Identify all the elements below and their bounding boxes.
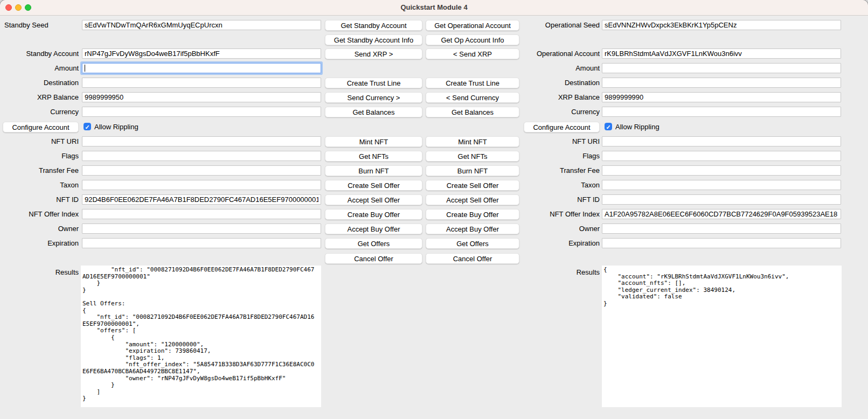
standby-destination-label: Destination xyxy=(0,78,79,88)
standby-owner-label: Owner xyxy=(0,224,79,234)
standby-get-offers-button[interactable]: Get Offers xyxy=(325,238,422,249)
standby-nft-id-input[interactable] xyxy=(82,194,321,205)
standby-transfer-fee-label: Transfer Fee xyxy=(0,165,79,176)
operational-accept-buy-offer-button[interactable]: Accept Buy Offer xyxy=(426,224,519,234)
operational-configure-account-button[interactable]: Configure Account xyxy=(524,122,600,132)
standby-transfer-fee-input[interactable] xyxy=(82,165,321,176)
standby-allow-rippling-checkbox[interactable]: ✓ xyxy=(84,123,91,130)
get-standby-account-info-button[interactable]: Get Standby Account Info xyxy=(325,34,422,45)
operational-account-input[interactable] xyxy=(602,48,841,59)
operational-owner-label: Owner xyxy=(520,224,600,234)
standby-expiration-label: Expiration xyxy=(0,238,79,248)
operational-create-trust-line-button[interactable]: Create Trust Line xyxy=(426,78,519,88)
titlebar[interactable]: Quickstart Module 4 xyxy=(0,0,868,16)
standby-amount-label: Amount xyxy=(0,63,79,73)
standby-flags-input[interactable] xyxy=(82,151,321,161)
operational-seed-input[interactable] xyxy=(602,20,841,30)
operational-flags-label: Flags xyxy=(520,151,600,161)
standby-currency-label: Currency xyxy=(0,107,79,117)
standby-burn-nft-button[interactable]: Burn NFT xyxy=(325,165,422,176)
operational-xrp-balance-input[interactable] xyxy=(602,92,841,102)
standby-configure-account-button[interactable]: Configure Account xyxy=(3,122,79,132)
standby-xrp-balance-input[interactable] xyxy=(82,92,321,102)
send-currency-to-operational-button[interactable]: Send Currency > xyxy=(325,92,422,103)
operational-allow-rippling-label: Allow Rippling xyxy=(615,122,659,132)
operational-currency-input[interactable] xyxy=(602,107,841,117)
operational-accept-sell-offer-button[interactable]: Accept Sell Offer xyxy=(426,194,519,205)
operational-amount-input[interactable] xyxy=(602,63,841,73)
operational-create-sell-offer-button[interactable]: Create Sell Offer xyxy=(426,180,519,191)
standby-xrp-balance-label: XRP Balance xyxy=(0,92,79,102)
operational-nft-offer-index-label: NFT Offer Index xyxy=(520,209,600,219)
send-xrp-to-standby-button[interactable]: < Send XRP xyxy=(426,48,519,59)
operational-create-buy-offer-button[interactable]: Create Buy Offer xyxy=(426,209,519,220)
standby-nft-offer-index-label: NFT Offer Index xyxy=(0,209,79,219)
operational-get-nfts-button[interactable]: Get NFTs xyxy=(426,151,519,162)
standby-get-balances-button[interactable]: Get Balances xyxy=(325,107,422,117)
operational-flags-input[interactable] xyxy=(602,151,841,161)
standby-nft-uri-input[interactable] xyxy=(82,136,321,146)
operational-nft-id-label: NFT ID xyxy=(520,194,600,205)
standby-create-buy-offer-button[interactable]: Create Buy Offer xyxy=(325,209,422,220)
operational-currency-label: Currency xyxy=(520,107,600,117)
operational-taxon-label: Taxon xyxy=(520,180,600,190)
standby-destination-input[interactable] xyxy=(82,78,321,88)
operational-mint-nft-button[interactable]: Mint NFT xyxy=(426,136,519,147)
operational-nft-id-input[interactable] xyxy=(602,194,841,205)
operational-cancel-offer-button[interactable]: Cancel Offer xyxy=(426,253,519,264)
standby-create-sell-offer-button[interactable]: Create Sell Offer xyxy=(325,180,422,191)
standby-results-content: "nft_id": "0008271092D4B6F0EE062DE7FA46A… xyxy=(81,266,321,403)
get-standby-account-button[interactable]: Get Standby Account xyxy=(325,20,422,31)
operational-destination-input[interactable] xyxy=(602,78,841,88)
operational-nft-uri-input[interactable] xyxy=(602,136,841,146)
operational-results-label: Results xyxy=(520,267,600,277)
operational-get-offers-button[interactable]: Get Offers xyxy=(426,238,519,249)
standby-mint-nft-button[interactable]: Mint NFT xyxy=(325,136,422,147)
standby-accept-sell-offer-button[interactable]: Accept Sell Offer xyxy=(325,194,422,205)
operational-burn-nft-button[interactable]: Burn NFT xyxy=(426,165,519,176)
standby-owner-input[interactable] xyxy=(82,224,321,234)
window-title: Quickstart Module 4 xyxy=(0,0,868,15)
standby-create-trust-line-button[interactable]: Create Trust Line xyxy=(325,78,422,88)
operational-get-balances-button[interactable]: Get Balances xyxy=(426,107,519,117)
operational-results-content: { "account": "rK9LBRhStdmtAaVdJXGVF1LnKW… xyxy=(602,266,842,309)
standby-results-text[interactable]: "nft_id": "0008271092D4B6F0EE062DE7FA46A… xyxy=(81,266,321,407)
standby-nft-uri-label: NFT URI xyxy=(0,136,79,146)
operational-seed-label: Operational Seed xyxy=(520,20,600,30)
operational-results-text[interactable]: { "account": "rK9LBRhStdmtAaVdJXGVF1LnKW… xyxy=(602,266,842,407)
standby-currency-input[interactable] xyxy=(82,107,321,117)
standby-seed-input[interactable] xyxy=(82,20,321,30)
standby-nft-offer-index-input[interactable] xyxy=(82,209,321,219)
standby-taxon-input[interactable] xyxy=(82,180,321,190)
operational-destination-label: Destination xyxy=(520,78,600,88)
operational-expiration-input[interactable] xyxy=(602,238,841,248)
operational-transfer-fee-input[interactable] xyxy=(602,165,841,176)
operational-nft-offer-index-input[interactable] xyxy=(602,209,841,219)
checkmark-icon: ✓ xyxy=(84,123,91,131)
checkmark-icon: ✓ xyxy=(605,123,612,131)
get-op-account-info-button[interactable]: Get Op Account Info xyxy=(426,34,519,45)
standby-allow-rippling-label: Allow Rippling xyxy=(94,122,138,132)
standby-expiration-input[interactable] xyxy=(82,238,321,248)
standby-seed-label: Standby Seed xyxy=(0,20,79,30)
operational-allow-rippling-checkbox[interactable]: ✓ xyxy=(605,123,612,130)
send-xrp-to-operational-button[interactable]: Send XRP > xyxy=(325,48,422,59)
operational-taxon-input[interactable] xyxy=(602,180,841,190)
standby-get-nfts-button[interactable]: Get NFTs xyxy=(325,151,422,162)
get-operational-account-button[interactable]: Get Operational Account xyxy=(426,20,519,31)
operational-owner-input[interactable] xyxy=(602,224,841,234)
standby-account-label: Standby Account xyxy=(0,48,79,59)
operational-xrp-balance-label: XRP Balance xyxy=(520,92,600,102)
send-currency-to-standby-button[interactable]: < Send Currency xyxy=(426,92,519,103)
standby-nft-id-label: NFT ID xyxy=(0,194,79,205)
standby-flags-label: Flags xyxy=(0,151,79,161)
operational-account-label: Operational Account xyxy=(520,48,600,59)
standby-accept-buy-offer-button[interactable]: Accept Buy Offer xyxy=(325,224,422,234)
standby-amount-input[interactable] xyxy=(82,63,321,73)
operational-expiration-label: Expiration xyxy=(520,238,600,248)
standby-account-input[interactable] xyxy=(82,48,321,59)
app-window: Quickstart Module 4 Standby Seed Standby… xyxy=(0,0,868,419)
standby-cancel-offer-button[interactable]: Cancel Offer xyxy=(325,253,422,264)
standby-taxon-label: Taxon xyxy=(0,180,79,190)
operational-transfer-fee-label: Transfer Fee xyxy=(520,165,600,176)
